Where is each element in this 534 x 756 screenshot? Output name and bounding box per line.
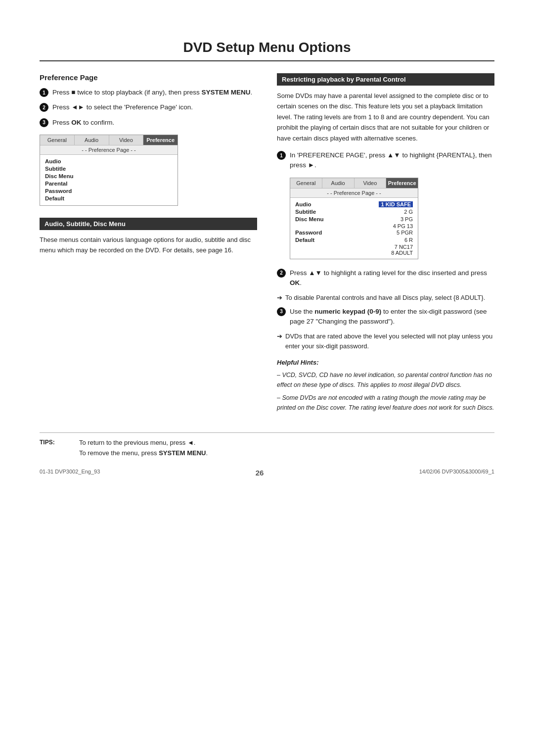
tips-line-2-bold: SYSTEM MENU xyxy=(159,449,206,457)
arrow-icon-2: ➔ xyxy=(277,331,282,341)
menu-val-6: 6 R xyxy=(404,237,413,243)
parental-control-title: Restricting playback by Parental Control xyxy=(277,73,494,86)
menu-item-default: Default xyxy=(45,195,173,202)
tips-line-2-text: To remove the menu, press xyxy=(79,449,159,457)
right-step-1-num: 1 xyxy=(277,151,286,160)
parental-control-section: Restricting playback by Parental Control… xyxy=(277,73,494,413)
menu-item-disc-menu: Disc Menu xyxy=(45,173,173,180)
right-step-3-num: 3 xyxy=(277,307,286,316)
menu-item-parental: Parental xyxy=(45,180,173,188)
step-2-text: Press ◄► to select the 'Preference Page'… xyxy=(52,102,257,112)
menu-header-1: - - Preference Page - - xyxy=(40,145,178,155)
step-2: 2 Press ◄► to select the 'Preference Pag… xyxy=(40,102,257,112)
right-step-3-text: Use the numeric keypad (0-9) to enter th… xyxy=(290,307,494,327)
menu-screenshot-2: General Audio Video Preference - - Prefe… xyxy=(290,178,418,259)
menu-row-subtitle: Subtitle 2 G xyxy=(295,208,413,216)
menu-item-password: Password xyxy=(45,188,173,195)
right-step-2: 2 Press ▲▼ to highlight a rating level f… xyxy=(277,268,494,288)
tips-label: TIPS: xyxy=(40,438,69,447)
footer-right: 14/02/06 DVP3005&3000/69_1 xyxy=(419,469,494,477)
left-column: Preference Page 1 Press ■ twice to stop … xyxy=(40,73,257,413)
menu-tab-preference-active: Preference xyxy=(143,135,178,145)
audio-subtitle-title: Audio, Subtitle, Disc Menu xyxy=(40,218,257,230)
menu-tabs-1: General Audio Video Preference xyxy=(40,135,178,145)
menu-item-audio: Audio xyxy=(45,158,173,165)
right-step-1: 1 In 'PREFERENCE PAGE', press ▲▼ to high… xyxy=(277,150,494,171)
menu-row-8: 8 ADULT xyxy=(295,250,413,256)
right-step-1-text: In 'PREFERENCE PAGE', press ▲▼ to highli… xyxy=(290,150,494,171)
hint-1: – VCD, SVCD, CD have no level indication… xyxy=(277,370,494,390)
hints-title: Helpful Hints: xyxy=(277,358,494,368)
step-2-num: 2 xyxy=(40,103,48,112)
tips-line-2-suffix: . xyxy=(206,449,208,457)
helpful-hints: Helpful Hints: – VCD, SVCD, CD have no l… xyxy=(277,358,494,413)
right-step-2-num: 2 xyxy=(277,269,286,278)
menu-tabs-2: General Audio Video Preference xyxy=(290,178,418,188)
arrow-bullet-2: ➔ DVDs that are rated above the level yo… xyxy=(277,331,494,351)
step-3-text: Press OK to confirm. xyxy=(52,118,257,128)
menu-row-7: 7 NC17 xyxy=(295,244,413,250)
menu-label-default: Default xyxy=(295,236,314,244)
menu-row-4: 4 PG 13 xyxy=(295,223,413,229)
audio-subtitle-section: Audio, Subtitle, Disc Menu These menus c… xyxy=(40,218,257,256)
menu-val-7: 7 NC17 xyxy=(395,244,413,250)
menu-header-2: - - Preference Page - - xyxy=(290,188,418,198)
tips-line-2: To remove the menu, press SYSTEM MENU. xyxy=(79,448,208,459)
menu-tab-audio: Audio xyxy=(75,135,109,145)
tips-content: To return to the previous menu, press ◄.… xyxy=(79,438,208,459)
menu-tab-2-audio: Audio xyxy=(322,178,355,188)
menu-row-discmenu: Disc Menu 3 PG xyxy=(295,216,413,223)
right-column: Restricting playback by Parental Control… xyxy=(277,73,494,413)
arrow-icon-1: ➔ xyxy=(277,293,282,303)
menu-item-subtitle: Subtitle xyxy=(45,165,173,173)
footer-center: 26 xyxy=(256,469,264,477)
menu-val-3: 3 PG xyxy=(400,216,413,222)
menu-tab-2-preference: Preference xyxy=(386,178,418,188)
menu-items-1: Audio Subtitle Disc Menu Parental Passwo… xyxy=(40,155,178,205)
main-content: Preference Page 1 Press ■ twice to stop … xyxy=(40,73,494,413)
menu-items-2: Audio 1 KID SAFE Subtitle 2 G Disc Menu … xyxy=(290,198,418,259)
step-1: 1 Press ■ twice to stop playback (if any… xyxy=(40,88,257,97)
menu-tab-2-video: Video xyxy=(355,178,387,188)
preference-page-section: Preference Page 1 Press ■ twice to stop … xyxy=(40,73,257,206)
tips-line-1: To return to the previous menu, press ◄. xyxy=(79,438,208,448)
right-step-2-text: Press ▲▼ to highlight a rating level for… xyxy=(290,268,494,288)
menu-tab-general: General xyxy=(40,135,75,145)
menu-val-8: 8 ADULT xyxy=(391,250,413,256)
menu-val-4: 4 PG 13 xyxy=(393,223,413,229)
parental-body-text: Some DVDs may have a parental level assi… xyxy=(277,91,494,143)
step-1-num: 1 xyxy=(40,88,48,97)
menu-val-1: 1 KID SAFE xyxy=(379,201,413,207)
preference-page-title: Preference Page xyxy=(40,73,257,82)
menu-label-audio: Audio xyxy=(295,201,312,208)
step-3: 3 Press OK to confirm. xyxy=(40,118,257,128)
menu-screenshot-1: General Audio Video Preference - - Prefe… xyxy=(40,135,178,206)
audio-subtitle-body: These menus contain various language opt… xyxy=(40,235,257,256)
tips-section: TIPS: To return to the previous menu, pr… xyxy=(40,432,494,459)
menu-label-password: Password xyxy=(295,229,322,236)
menu-label-discmenu: Disc Menu xyxy=(295,216,324,223)
menu-row-audio: Audio 1 KID SAFE xyxy=(295,201,413,208)
menu-val-2: 2 G xyxy=(404,209,413,215)
step-1-text: Press ■ twice to stop playback (if any),… xyxy=(52,88,257,97)
menu-label-subtitle: Subtitle xyxy=(295,208,316,216)
step-3-num: 3 xyxy=(40,118,48,127)
arrow-bullet-1: ➔ To disable Parental controls and have … xyxy=(277,293,494,303)
arrow-text-2: DVDs that are rated above the level you … xyxy=(285,331,494,351)
menu-val-5: 5 PGR xyxy=(397,230,413,236)
hint-2: – Some DVDs are not encoded with a ratin… xyxy=(277,393,494,413)
page-footer: 01-31 DVP3002_Eng_93 26 14/02/06 DVP3005… xyxy=(40,469,494,477)
arrow-text-1: To disable Parental controls and have al… xyxy=(285,293,485,303)
page-title: DVD Setup Menu Options xyxy=(40,40,494,61)
menu-tab-2-general: General xyxy=(290,178,322,188)
right-step-3: 3 Use the numeric keypad (0-9) to enter … xyxy=(277,307,494,327)
menu-tab-video: Video xyxy=(109,135,144,145)
footer-left: 01-31 DVP3002_Eng_93 xyxy=(40,469,100,477)
menu-row-password: Password 5 PGR xyxy=(295,229,413,236)
menu-row-default: Default 6 R xyxy=(295,236,413,244)
